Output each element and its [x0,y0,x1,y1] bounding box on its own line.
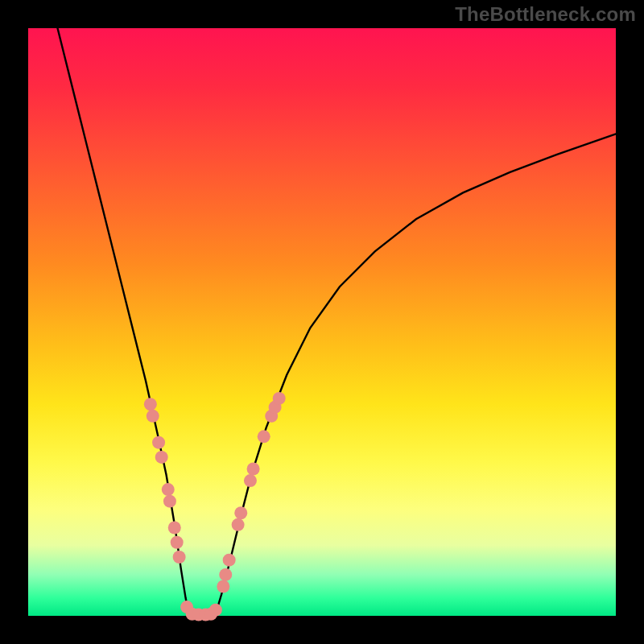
highlight-marker [152,436,165,449]
highlight-marker [223,554,236,567]
curve-right-curve [215,134,616,616]
highlight-marker [258,430,270,443]
highlight-marker [163,495,176,508]
highlight-marker [247,463,260,476]
highlight-marker [144,398,157,411]
chart-overlay [28,28,616,616]
highlight-marker [234,506,247,519]
highlight-marker [219,568,232,581]
highlight-marker [155,451,168,464]
marker-group [144,392,286,621]
highlight-marker [273,392,286,405]
highlight-marker [209,604,222,617]
chart-frame: TheBottleneck.com [0,0,644,644]
highlight-marker [173,551,186,564]
watermark-text: TheBottleneck.com [455,3,636,26]
highlight-marker [171,536,184,549]
highlight-marker [168,522,181,535]
highlight-marker [217,580,229,593]
highlight-marker [244,474,257,487]
highlight-marker [232,518,245,531]
highlight-marker [162,483,175,496]
curve-group [58,28,617,616]
highlight-marker [147,410,159,423]
